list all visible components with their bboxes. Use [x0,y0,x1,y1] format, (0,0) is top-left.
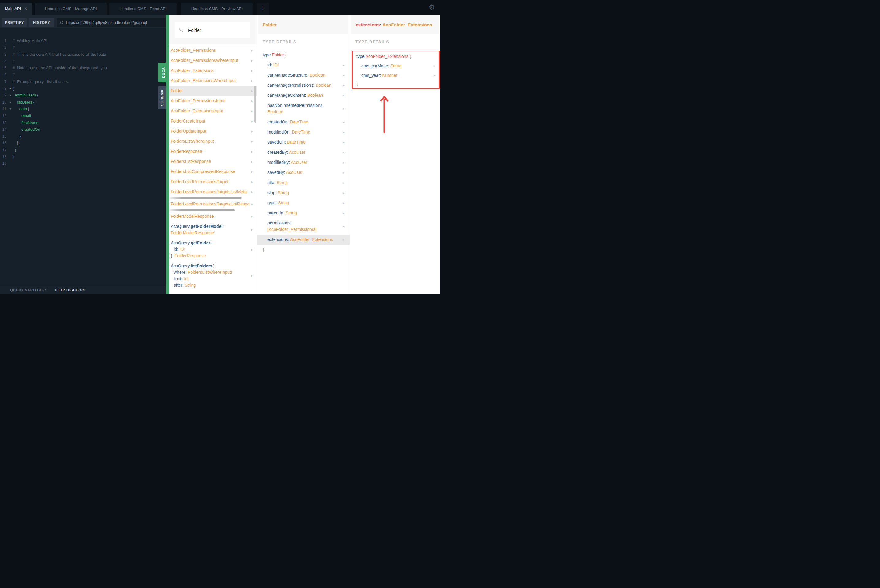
field-row[interactable]: id: ID!▶ [257,60,350,70]
code-line[interactable]: 16 } [0,140,166,146]
field-row[interactable]: cms_carMake: String▶ [353,61,439,70]
code-segment: FolderModelResponse [171,214,214,219]
code-line[interactable]: 15 } [0,133,166,140]
field-row[interactable]: type AcoFolder_Extensions { [353,51,439,61]
docs-panel: AcoFolder_Permissions▶AcoFolder_Permissi… [169,15,257,294]
code-segment: # Example query - list all users: [12,80,69,84]
schema-tab[interactable]: SCHEMA [158,86,166,110]
vertical-scrollbar[interactable] [254,86,256,123]
code-line[interactable]: 1# Webiny Main API [0,38,166,44]
docs-list-item[interactable]: AcoFolder_Extensions▶ [169,66,257,76]
field-row[interactable]: createdBy: AcoUser▶ [257,147,350,158]
docs-list-item[interactable]: AcoFolder_Permissions▶ [169,45,257,56]
code-line[interactable]: 6# [0,71,166,78]
code-line[interactable]: 19 [0,160,166,167]
code-line[interactable]: 13 firstName [0,119,166,126]
field-row[interactable]: type Folder { [257,50,350,60]
search-input[interactable] [188,27,249,33]
fold-arrow-icon[interactable]: ▾ [8,106,12,112]
code-editor[interactable]: 1# Webiny Main API2#3# This is the core … [0,28,166,286]
code-segment: Boolean [307,93,323,98]
docs-list-item[interactable]: FolderModelResponse▶ [169,212,257,221]
endpoint-url-input[interactable]: ↺ https://d2785gi4qi6pw8.cloudfront.net/… [57,18,166,27]
horizontal-scrollbar[interactable] [169,209,257,212]
docs-list-item[interactable]: FoldersListWhereInput▶ [169,136,257,146]
horizontal-scrollbar[interactable] [169,197,257,199]
tab-headless-cms-manage-api[interactable]: Headless CMS - Manage API [35,3,107,15]
code-segment: modifiedBy [267,160,288,165]
code-line[interactable]: 12 email [0,112,166,119]
settings-gear-icon[interactable]: ⚙ [428,3,435,12]
docs-tab[interactable]: DOCS [158,63,169,82]
prettify-button[interactable]: PRETTIFY [2,18,27,27]
field-row[interactable]: modifiedBy: AcoUser▶ [257,158,350,168]
code-line[interactable]: 7# Example query - list all users: [0,78,166,85]
field-row[interactable]: createdOn: DateTime▶ [257,117,350,127]
field-row[interactable]: permissions:[AcoFolder_Permissions!]▶ [257,218,350,235]
pane-divider[interactable] [166,15,169,294]
docs-search-box[interactable] [175,22,250,38]
docs-list-item[interactable]: AcoFolder_ExtensionsWhereInput▶ [169,76,257,86]
field-row[interactable]: canManageStructure: Boolean▶ [257,70,350,80]
code-line[interactable]: 3# This is the core API that has access … [0,51,166,58]
field-row[interactable]: canManagePermissions: Boolean▶ [257,80,350,90]
docs-list-item[interactable]: FolderResponse▶ [169,146,257,156]
docs-list-item[interactable]: FoldersListResponse▶ [169,156,257,166]
code-line[interactable]: 10▾ listUsers { [0,99,166,106]
field-row[interactable]: extensions: AcoFolder_Extensions▶ [257,235,350,245]
code-segment: savedOn [267,140,285,144]
docs-list-item[interactable]: FolderLevelPermissionsTarget▶ [169,177,257,187]
code-line[interactable]: 5# Note: to use the API outside of the p… [0,64,166,71]
code-segment: canManageStructure [267,73,307,78]
close-tab-icon[interactable]: ✕ [24,6,27,11]
tab-main-api[interactable]: Main API✕ [0,3,32,15]
code-line[interactable]: 2# [0,44,166,51]
chevron-right-icon: ▶ [251,69,253,72]
docs-list-item[interactable]: FolderUpdateInput▶ [169,126,257,136]
docs-list-item[interactable]: AcoQuery.getFolderModel:FolderModelRespo… [169,221,257,238]
docs-list-item[interactable]: Folder▶ [169,86,257,96]
field-row[interactable]: savedBy: AcoUser▶ [257,168,350,178]
query-variables-tab[interactable]: QUERY VARIABLES [10,288,48,292]
code-line[interactable]: 14 createdOn [0,126,166,133]
code-line[interactable]: 17 } [0,147,166,153]
field-row[interactable]: type: String▶ [257,198,350,208]
field-row[interactable]: cms_year: Number▶ [353,70,439,80]
field-row[interactable]: hasNonInheritedPermissions:Boolean▶ [257,100,350,117]
field-row[interactable]: modifiedOn: DateTime▶ [257,127,350,137]
field-row[interactable]: parentId: String▶ [257,208,350,218]
field-row[interactable]: slug: String▶ [257,188,350,198]
docs-list-item[interactable]: AcoQuery.getFolder(id: ID!): FolderRespo… [169,238,257,261]
history-button[interactable]: HISTORY [29,18,54,27]
code-line[interactable]: 9▾ adminUsers { [0,92,166,99]
code-segment: # Note: to use the API outside of the pl… [12,66,107,70]
field-row[interactable]: } [353,80,439,89]
http-headers-tab[interactable]: HTTP HEADERS [55,288,86,292]
code-line[interactable]: 11▾ data { [0,106,166,112]
fold-arrow-icon[interactable]: ▾ [8,92,12,99]
field-row[interactable]: title: String▶ [257,178,350,188]
reload-icon[interactable]: ↺ [60,20,64,26]
docs-list-item[interactable]: AcoFolder_PermissionsWhereInput▶ [169,56,257,66]
chevron-right-icon: ▶ [342,141,345,144]
docs-list-item[interactable]: FolderCreateInput▶ [169,116,257,126]
code-line[interactable]: 4# [0,58,166,64]
field-row[interactable]: savedOn: DateTime▶ [257,137,350,147]
field-row[interactable]: canManageContent: Boolean▶ [257,90,350,100]
docs-list-item[interactable]: AcoQuery.listFolders(where: FoldersListW… [169,261,257,290]
code-line[interactable]: 18} [0,153,166,160]
tab-headless-cms-read-api[interactable]: Headless CMS - Read API [110,3,177,15]
code-segment: getFolder [191,240,210,245]
docs-list-item[interactable]: FoldersListCompressedResponse▶ [169,166,257,177]
tab-headless-cms-preview-api[interactable]: Headless CMS - Preview API [181,3,253,15]
fold-arrow-icon[interactable]: ▾ [8,85,12,92]
field-row[interactable]: } [257,245,350,255]
docs-list-item[interactable]: FolderLevelPermissionsTargetsListMeta▶ [169,187,257,197]
fold-arrow-icon[interactable]: ▾ [8,99,12,106]
code-line[interactable]: 8▾{ [0,85,166,92]
docs-list-item[interactable]: AcoFolder_PermissionsInput▶ [169,96,257,106]
docs-list-item[interactable]: AcoFolder_ExtensionsInput▶ [169,106,257,116]
new-tab-button[interactable]: + [257,3,269,15]
docs-list-item[interactable]: FolderLevelPermissionsTargetsListRespo▶ [169,199,257,209]
code-segment: { [33,100,35,104]
